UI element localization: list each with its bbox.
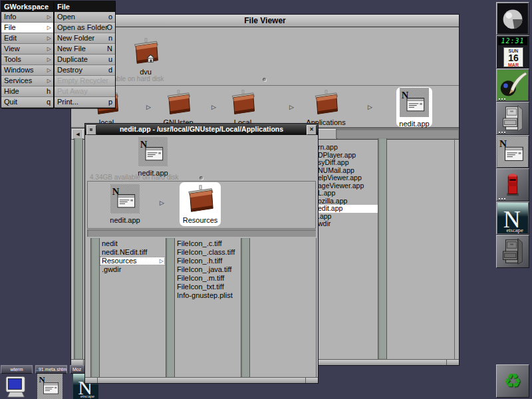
lcd-time: 12:31 bbox=[498, 37, 527, 45]
nedit-app-icon bbox=[138, 137, 168, 166]
dock-tile-netscape[interactable] bbox=[496, 201, 529, 235]
column-scroller[interactable] bbox=[74, 138, 83, 359]
menu-item-windows[interactable]: Windows▷ bbox=[1, 65, 53, 76]
nedit-app-icon bbox=[400, 88, 429, 117]
list-item[interactable]: rn.app bbox=[318, 144, 378, 152]
browser-item[interactable]: FileIcon_txt.tiff bbox=[175, 283, 240, 291]
path-item-resources[interactable]: Resources bbox=[180, 182, 221, 226]
path-arrow-icon: ▷ bbox=[211, 104, 216, 110]
window-title: File Viewer bbox=[244, 16, 285, 25]
menu-item-new-file[interactable]: New FileN bbox=[55, 44, 115, 55]
path-item-nedit-app[interactable]: nedit.app bbox=[106, 184, 144, 224]
browser-item[interactable]: FileIcon_.h.tiff bbox=[175, 257, 240, 265]
menu-title[interactable]: GWorkspace bbox=[1, 1, 53, 12]
menu-item-duplicate[interactable]: Duplicateu bbox=[55, 55, 115, 65]
path-item-local2[interactable]: Local bbox=[225, 88, 260, 126]
dock-tile-clock[interactable]: 12:31 SUN 16 MAR bbox=[496, 35, 529, 68]
house-badge-icon bbox=[146, 53, 156, 63]
submenu-arrow-icon: ▷ bbox=[47, 35, 51, 41]
submenu-file: File Openo Open as FolderO New Foldern N… bbox=[55, 1, 115, 108]
titlebar[interactable]: nedit.app - /usr/local/GNUstep/Local/App… bbox=[85, 124, 318, 135]
menu-item-edit[interactable]: Edit▷ bbox=[1, 33, 53, 44]
column-scroller[interactable] bbox=[90, 238, 100, 378]
hscroll-track[interactable] bbox=[336, 129, 458, 138]
miniaturize-button[interactable] bbox=[86, 125, 96, 135]
column-scroller[interactable] bbox=[378, 138, 387, 359]
browser-column-3 bbox=[250, 238, 316, 378]
list-item[interactable]: wdir bbox=[318, 220, 378, 228]
browser-item[interactable]: FileIcon_.class.tiff bbox=[175, 248, 240, 257]
shelf-dimple[interactable] bbox=[200, 176, 203, 180]
menu-item-file[interactable]: File▷ bbox=[1, 23, 53, 33]
netscape-icon bbox=[497, 203, 528, 233]
menu-item-open[interactable]: Openo bbox=[55, 12, 115, 23]
menu-item-info[interactable]: Info▷ bbox=[1, 12, 53, 23]
home-folder-item[interactable]: dvu bbox=[128, 36, 163, 76]
apps-column: rn.app DPlayer.app syDiff.app NUMail.app… bbox=[318, 144, 378, 228]
nedit-app-icon bbox=[497, 136, 528, 167]
path-arrow-icon: ▷ bbox=[160, 200, 164, 206]
path-row: local ▷ GNUstep ▷ Local ▷ Applications ▷… bbox=[71, 85, 459, 128]
browser-item[interactable]: FileIcon_.java.tiff bbox=[175, 265, 240, 274]
dock-tile-drawer-cabinet[interactable] bbox=[496, 235, 529, 268]
column-scroller[interactable] bbox=[166, 238, 175, 378]
miniwindow-title: ..91.meta.shtml bbox=[35, 365, 67, 374]
menu-item-view[interactable]: View▷ bbox=[1, 44, 53, 55]
submenu-arrow-icon: ▷ bbox=[47, 25, 51, 31]
menu-item-hide[interactable]: Hideh bbox=[1, 86, 53, 97]
path-item-gnustep[interactable]: GNUstep bbox=[161, 88, 196, 126]
menu-item-print[interactable]: Print...p bbox=[55, 97, 115, 108]
folder-icon bbox=[312, 88, 340, 116]
browser-item[interactable]: nedit bbox=[100, 239, 165, 248]
path-arrow-icon: ▷ bbox=[289, 104, 294, 110]
path-item-applications[interactable]: Applications bbox=[303, 88, 349, 126]
window-nedit-app: nedit.app - /usr/local/GNUstep/Local/App… bbox=[85, 124, 318, 383]
submenu-arrow-icon: ▷ bbox=[47, 57, 51, 63]
list-item[interactable]: elpViewer.app bbox=[318, 174, 378, 182]
menu-item-quit[interactable]: Quitq bbox=[1, 97, 53, 108]
browser-item[interactable]: .gwdir bbox=[100, 265, 165, 274]
branch-arrow-icon: ▷ bbox=[160, 258, 164, 264]
column-scroller[interactable] bbox=[241, 238, 250, 378]
menu-item-open-as-folder[interactable]: Open as FolderO bbox=[55, 23, 115, 33]
miniwindow-title: wterm bbox=[1, 365, 33, 374]
close-icon: ✕ bbox=[309, 126, 314, 132]
submenu-arrow-icon: ▷ bbox=[47, 67, 51, 73]
menu-item-services[interactable]: Services▷ bbox=[1, 76, 53, 86]
folder-icon bbox=[164, 88, 192, 116]
menu-title[interactable]: File bbox=[55, 1, 115, 12]
list-item-selected[interactable]: edit.app bbox=[318, 205, 378, 213]
miniwindow-wterm[interactable]: wterm bbox=[1, 365, 33, 399]
browser-item[interactable]: FileIcon_.m.tiff bbox=[175, 274, 240, 283]
menu-item-tools[interactable]: Tools▷ bbox=[1, 55, 53, 65]
folder-icon bbox=[229, 88, 257, 116]
terminal-icon bbox=[2, 374, 30, 399]
shelf-item-nedit-app[interactable]: nedit.app bbox=[134, 137, 172, 177]
menu-item-new-folder[interactable]: New Foldern bbox=[55, 33, 115, 44]
dock-tile-recycler[interactable]: ♻ bbox=[496, 364, 529, 398]
path-row: nedit.app ▷ Resources bbox=[87, 181, 316, 229]
shelf-dimple[interactable] bbox=[263, 78, 266, 81]
menu-item-destroy[interactable]: Destroyd bbox=[55, 65, 115, 76]
browser-column-2: FileIcon_.c.tiff FileIcon_.class.tiff Fi… bbox=[175, 239, 240, 300]
dock-tile-file-cabinet[interactable] bbox=[496, 102, 529, 135]
list-item[interactable]: syDiff.app bbox=[318, 159, 378, 167]
dock-tile-mailbox[interactable] bbox=[496, 168, 529, 201]
running-indicator bbox=[499, 198, 505, 200]
path-scroll-track[interactable] bbox=[87, 229, 316, 237]
path-item-nedit-app[interactable]: nedit.app bbox=[396, 87, 432, 127]
browser-item[interactable]: nedit.NEdit.tiff bbox=[100, 248, 165, 257]
recycle-icon: ♻ bbox=[497, 365, 529, 397]
dark-cabinet-icon bbox=[497, 236, 528, 267]
titlebar[interactable]: File Viewer bbox=[71, 15, 459, 27]
list-item[interactable]: L.app bbox=[318, 190, 378, 198]
dock-tile-gnustep-logo[interactable] bbox=[496, 2, 529, 35]
browser-item[interactable]: Info-gnustep.plist bbox=[175, 291, 240, 300]
browser-item[interactable]: FileIcon_.c.tiff bbox=[175, 239, 240, 248]
dock-tile-paint-app[interactable] bbox=[496, 68, 529, 102]
close-button[interactable]: ✕ bbox=[307, 125, 317, 135]
browser-item-selected[interactable]: Resources ▷ bbox=[100, 257, 165, 265]
miniwindow-nedit-doc[interactable]: ..91.meta.shtml bbox=[35, 365, 67, 399]
dock-tile-nedit[interactable] bbox=[496, 135, 529, 168]
resize-bar[interactable] bbox=[85, 377, 318, 383]
